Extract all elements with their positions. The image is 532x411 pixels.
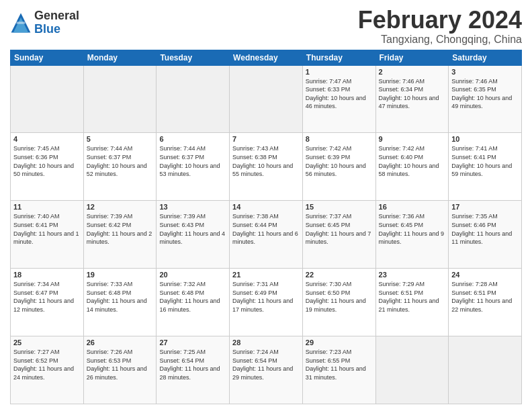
header-wednesday: Wednesday — [230, 50, 303, 65]
header-monday: Monday — [83, 50, 157, 65]
day-number: 23 — [379, 271, 446, 279]
calendar-cell — [230, 65, 303, 133]
day-number: 16 — [379, 203, 446, 211]
day-info: Sunrise: 7:25 AMSunset: 6:54 PMDaylight:… — [159, 348, 226, 381]
page: General Blue February 2024 Tangxiang, Ch… — [0, 0, 532, 411]
calendar-week-5: 25Sunrise: 7:27 AMSunset: 6:52 PMDayligh… — [11, 336, 522, 404]
day-number: 29 — [306, 338, 373, 347]
day-info: Sunrise: 7:24 AMSunset: 6:54 PMDaylight:… — [232, 348, 300, 381]
day-info: Sunrise: 7:31 AMSunset: 6:49 PMDaylight:… — [232, 280, 300, 314]
calendar-week-1: 1Sunrise: 7:47 AMSunset: 6:33 PMDaylight… — [11, 65, 522, 133]
calendar-cell: 6Sunrise: 7:44 AMSunset: 6:37 PMDaylight… — [157, 133, 230, 201]
day-info: Sunrise: 7:30 AMSunset: 6:50 PMDaylight:… — [306, 280, 373, 314]
day-info: Sunrise: 7:41 AMSunset: 6:41 PMDaylight:… — [451, 144, 519, 178]
calendar-table: Sunday Monday Tuesday Wednesday Thursday… — [10, 50, 522, 404]
day-info: Sunrise: 7:27 AMSunset: 6:52 PMDaylight:… — [13, 348, 81, 381]
day-number: 25 — [13, 338, 81, 347]
calendar-cell: 26Sunrise: 7:26 AMSunset: 6:53 PMDayligh… — [83, 336, 157, 404]
calendar-cell: 22Sunrise: 7:30 AMSunset: 6:50 PMDayligh… — [302, 269, 375, 336]
day-info: Sunrise: 7:33 AMSunset: 6:48 PMDaylight:… — [87, 280, 154, 314]
calendar-cell — [375, 336, 449, 404]
header-sunday: Sunday — [11, 50, 84, 65]
day-info: Sunrise: 7:42 AMSunset: 6:39 PMDaylight:… — [306, 144, 373, 178]
day-number: 10 — [451, 135, 519, 143]
day-info: Sunrise: 7:46 AMSunset: 6:34 PMDaylight:… — [379, 77, 446, 111]
calendar-cell: 8Sunrise: 7:42 AMSunset: 6:39 PMDaylight… — [302, 133, 375, 201]
calendar-cell: 11Sunrise: 7:40 AMSunset: 6:41 PMDayligh… — [11, 201, 84, 269]
logo-text: General Blue — [34, 9, 79, 36]
day-info: Sunrise: 7:32 AMSunset: 6:48 PMDaylight:… — [159, 280, 226, 314]
calendar-cell: 28Sunrise: 7:24 AMSunset: 6:54 PMDayligh… — [230, 336, 303, 404]
day-info: Sunrise: 7:38 AMSunset: 6:44 PMDaylight:… — [232, 212, 300, 246]
day-number: 22 — [306, 271, 373, 279]
logo-blue: Blue — [34, 23, 79, 36]
day-info: Sunrise: 7:44 AMSunset: 6:37 PMDaylight:… — [87, 144, 154, 178]
day-number: 12 — [87, 203, 154, 211]
calendar-cell — [83, 65, 157, 133]
day-number: 11 — [13, 203, 81, 211]
header-thursday: Thursday — [302, 50, 375, 65]
day-number: 14 — [232, 203, 300, 211]
day-info: Sunrise: 7:40 AMSunset: 6:41 PMDaylight:… — [13, 212, 81, 246]
calendar-cell: 23Sunrise: 7:29 AMSunset: 6:51 PMDayligh… — [375, 269, 449, 336]
calendar-week-4: 18Sunrise: 7:34 AMSunset: 6:47 PMDayligh… — [11, 269, 522, 336]
calendar-cell: 13Sunrise: 7:39 AMSunset: 6:43 PMDayligh… — [157, 201, 230, 269]
day-info: Sunrise: 7:26 AMSunset: 6:53 PMDaylight:… — [87, 348, 154, 381]
calendar-cell: 10Sunrise: 7:41 AMSunset: 6:41 PMDayligh… — [449, 133, 522, 201]
calendar-cell: 14Sunrise: 7:38 AMSunset: 6:44 PMDayligh… — [230, 201, 303, 269]
day-info: Sunrise: 7:28 AMSunset: 6:51 PMDaylight:… — [451, 280, 519, 314]
header-saturday: Saturday — [449, 50, 522, 65]
svg-rect-2 — [17, 21, 26, 24]
day-number: 21 — [232, 271, 300, 279]
calendar-week-3: 11Sunrise: 7:40 AMSunset: 6:41 PMDayligh… — [11, 201, 522, 269]
calendar-cell: 7Sunrise: 7:43 AMSunset: 6:38 PMDaylight… — [230, 133, 303, 201]
day-number: 8 — [306, 135, 373, 143]
header-friday: Friday — [375, 50, 449, 65]
calendar-cell: 15Sunrise: 7:37 AMSunset: 6:45 PMDayligh… — [302, 201, 375, 269]
day-number: 18 — [13, 271, 81, 279]
day-number: 2 — [379, 68, 446, 76]
day-info: Sunrise: 7:47 AMSunset: 6:33 PMDaylight:… — [306, 77, 373, 111]
day-number: 7 — [232, 135, 300, 143]
header-tuesday: Tuesday — [157, 50, 230, 65]
day-number: 5 — [87, 135, 154, 143]
logo-general: General — [34, 9, 79, 23]
day-info: Sunrise: 7:23 AMSunset: 6:55 PMDaylight:… — [306, 348, 373, 381]
calendar-cell: 9Sunrise: 7:42 AMSunset: 6:40 PMDaylight… — [375, 133, 449, 201]
day-number: 20 — [159, 271, 226, 279]
calendar-cell: 20Sunrise: 7:32 AMSunset: 6:48 PMDayligh… — [157, 269, 230, 336]
calendar-cell: 1Sunrise: 7:47 AMSunset: 6:33 PMDaylight… — [302, 65, 375, 133]
calendar-cell: 17Sunrise: 7:35 AMSunset: 6:46 PMDayligh… — [449, 201, 522, 269]
day-info: Sunrise: 7:35 AMSunset: 6:46 PMDaylight:… — [451, 212, 519, 246]
calendar-cell: 2Sunrise: 7:46 AMSunset: 6:34 PMDaylight… — [375, 65, 449, 133]
day-number: 9 — [379, 135, 446, 143]
logo: General Blue — [10, 9, 79, 36]
day-number: 13 — [159, 203, 226, 211]
calendar-cell: 27Sunrise: 7:25 AMSunset: 6:54 PMDayligh… — [157, 336, 230, 404]
calendar-cell: 29Sunrise: 7:23 AMSunset: 6:55 PMDayligh… — [302, 336, 375, 404]
title-section: February 2024 Tangxiang, Chongqing, Chin… — [358, 7, 522, 46]
day-number: 15 — [306, 203, 373, 211]
day-number: 26 — [87, 338, 154, 347]
header: General Blue February 2024 Tangxiang, Ch… — [10, 7, 522, 46]
calendar-cell: 5Sunrise: 7:44 AMSunset: 6:37 PMDaylight… — [83, 133, 157, 201]
day-number: 1 — [306, 68, 373, 76]
day-number: 17 — [451, 203, 519, 211]
calendar-cell: 3Sunrise: 7:46 AMSunset: 6:35 PMDaylight… — [449, 65, 522, 133]
day-info: Sunrise: 7:45 AMSunset: 6:36 PMDaylight:… — [13, 144, 81, 178]
day-number: 4 — [13, 135, 81, 143]
calendar-cell: 21Sunrise: 7:31 AMSunset: 6:49 PMDayligh… — [230, 269, 303, 336]
day-number: 6 — [159, 135, 226, 143]
day-number: 24 — [451, 271, 519, 279]
title-location: Tangxiang, Chongqing, China — [358, 34, 522, 46]
day-info: Sunrise: 7:29 AMSunset: 6:51 PMDaylight:… — [379, 280, 446, 314]
title-month: February 2024 — [358, 7, 522, 34]
day-info: Sunrise: 7:44 AMSunset: 6:37 PMDaylight:… — [159, 144, 226, 178]
day-number: 19 — [87, 271, 154, 279]
calendar-week-2: 4Sunrise: 7:45 AMSunset: 6:36 PMDaylight… — [11, 133, 522, 201]
calendar-cell: 24Sunrise: 7:28 AMSunset: 6:51 PMDayligh… — [449, 269, 522, 336]
calendar-cell: 18Sunrise: 7:34 AMSunset: 6:47 PMDayligh… — [11, 269, 84, 336]
calendar-cell: 25Sunrise: 7:27 AMSunset: 6:52 PMDayligh… — [11, 336, 84, 404]
calendar-cell: 19Sunrise: 7:33 AMSunset: 6:48 PMDayligh… — [83, 269, 157, 336]
day-number: 3 — [451, 68, 519, 76]
